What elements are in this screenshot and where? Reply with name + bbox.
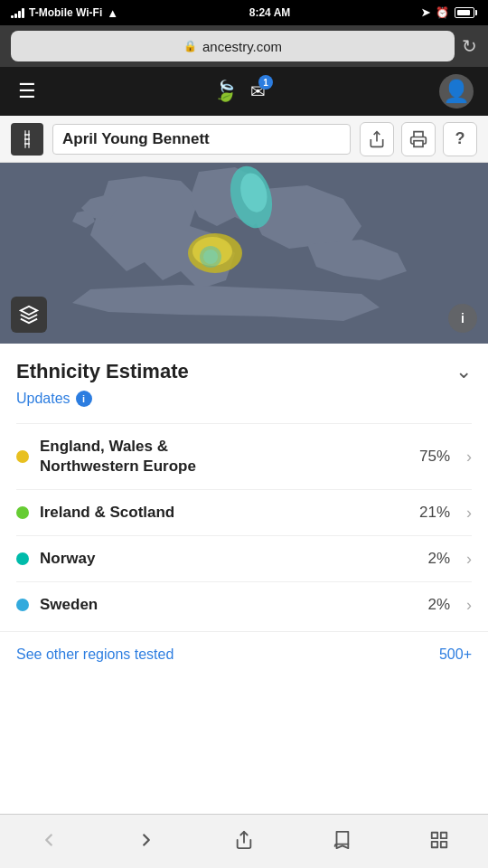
carrier-text: T-Mobile Wi-Fi [29,6,102,19]
svg-rect-18 [432,841,437,846]
ethnicity-item-norway[interactable]: Norway 2% › [16,535,472,581]
lock-icon: 🔒 [183,40,197,52]
ethnicity-item-sweden[interactable]: Sweden 2% › [16,581,472,627]
svg-rect-17 [441,832,446,837]
url-bar: 🔒 ancestry.com ↻ [0,25,488,67]
content-area: Ethnicity Estimate ⌄ Updates i England, … [0,344,488,677]
svg-rect-6 [414,140,423,146]
dna-icon [11,123,43,156]
updates-info-icon[interactable]: i [76,391,92,407]
user-name: April Young Bennett [52,124,351,155]
svg-point-13 [203,250,218,264]
header-center: 🍃 ✉ 1 [213,80,266,103]
bookmarks-button[interactable] [320,822,363,858]
battery-icon [455,7,477,18]
svg-rect-16 [432,832,437,837]
map-area: i [0,163,488,344]
back-button[interactable] [27,822,70,858]
url-field[interactable]: 🔒 ancestry.com [11,31,455,61]
ethnicity-name-norway: Norway [40,549,417,569]
ethnicity-dot-ireland [16,506,29,519]
ethnicity-pct-ireland: 21% [419,504,450,522]
ethnicity-name-england: England, Wales & Northwestern Europe [40,437,408,476]
footer-link-row: See other regions tested 500+ [0,631,488,677]
ethnicity-pct-england: 75% [419,448,450,466]
user-bar-actions: ? [360,122,477,156]
map-layers-button[interactable] [11,297,47,333]
refresh-icon[interactable]: ↻ [462,35,477,57]
hamburger-button[interactable]: ☰ [14,76,40,107]
tabs-button[interactable] [418,822,461,858]
leaf-icon[interactable]: 🍃 [213,80,238,103]
updates-link[interactable]: Updates [16,391,70,407]
signal-icon [11,7,24,18]
chevron-right-icon: › [466,550,472,569]
map-info-button[interactable]: i [448,304,477,333]
share-nav-button[interactable] [222,822,266,858]
url-text: ancestry.com [202,39,282,54]
ethnicity-list: England, Wales & Northwestern Europe 75%… [0,423,488,627]
ethnicity-title: Ethnicity Estimate [16,360,189,383]
forward-button[interactable] [125,822,168,858]
updates-row: Updates i [0,389,488,423]
see-regions-link[interactable]: See other regions tested [16,646,174,663]
mail-wrapper: ✉ 1 [250,80,266,102]
share-button[interactable] [360,122,394,156]
ethnicity-pct-norway: 2% [427,550,450,568]
ethnicity-item-ireland[interactable]: Ireland & Scotland 21% › [16,489,472,535]
print-button[interactable] [401,122,436,156]
user-icon: 👤 [443,79,470,104]
ethnicity-name-sweden: Sweden [40,595,417,615]
location-icon: ➤ [421,6,430,19]
chevron-right-icon: › [466,596,472,615]
status-right: ➤ ⏰ [421,6,477,19]
chevron-right-icon: › [466,504,472,523]
avatar-button[interactable]: 👤 [439,74,474,108]
browser-nav [0,814,488,868]
user-bar: April Young Bennett ? [0,116,488,163]
wifi-icon: ▲ [107,6,118,20]
ethnicity-pct-sweden: 2% [427,596,450,614]
ethnicity-item-england[interactable]: England, Wales & Northwestern Europe 75%… [16,423,472,489]
svg-marker-14 [21,307,37,315]
regions-count: 500+ [439,646,472,663]
chevron-right-icon: › [466,448,472,467]
status-bar: T-Mobile Wi-Fi ▲ 8:24 AM ➤ ⏰ [0,0,488,25]
help-button[interactable]: ? [443,122,477,156]
ethnicity-dot-england [16,450,29,463]
status-left: T-Mobile Wi-Fi ▲ [11,6,118,20]
ethnicity-name-ireland: Ireland & Scotland [40,503,408,523]
ethnicity-dot-sweden [16,599,29,611]
alarm-icon: ⏰ [436,6,449,19]
app-header: ☰ 🍃 ✉ 1 👤 [0,67,488,116]
mail-badge: 1 [258,75,273,90]
svg-rect-19 [441,841,446,846]
ethnicity-header: Ethnicity Estimate ⌄ [0,344,488,389]
status-time: 8:24 AM [249,6,291,19]
ethnicity-dot-norway [16,552,29,565]
collapse-chevron-icon[interactable]: ⌄ [455,360,472,383]
